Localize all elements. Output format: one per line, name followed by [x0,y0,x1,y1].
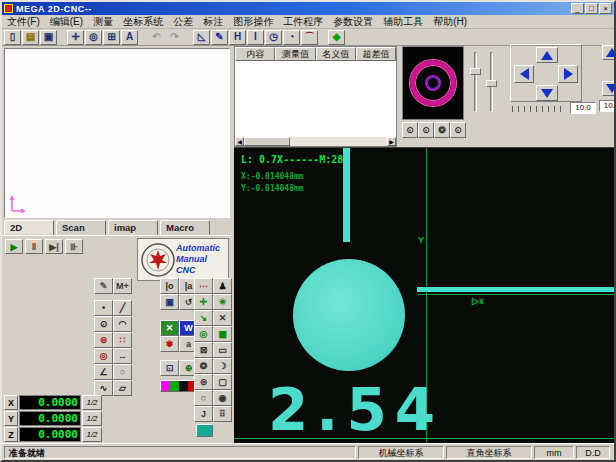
feature-curve-button[interactable]: ∿ [94,380,113,396]
minimize-button[interactable]: _ [571,3,584,14]
status-number-format[interactable]: D.D [576,446,610,459]
measure-height-button[interactable]: I [247,30,264,45]
menu-item-annotation[interactable]: 标注 [198,15,228,29]
search-zoom-button[interactable]: ◎ [194,326,213,342]
xy-speed-slider[interactable] [512,106,566,112]
slider-thumb[interactable] [486,80,497,87]
jog-z-down-button[interactable] [602,81,616,96]
stop-program-button[interactable]: ⊪ [65,239,83,254]
menu-item-auxiliary-tools[interactable]: 辅助工具 [378,15,428,29]
half-y-button[interactable]: 1/2 [82,411,102,426]
manual-measure-button[interactable]: M+ [113,278,132,294]
lamp-ring-button[interactable]: ❂ [434,122,450,138]
undo-button[interactable]: ↶ [148,30,165,45]
menu-item-parameter-settings[interactable]: 参数设置 [328,15,378,29]
edit-feature-button[interactable]: ✎ [94,278,113,294]
menu-item-file[interactable]: 文件(F) [2,15,45,29]
dot-grid-button[interactable]: ⠿ [213,406,232,422]
measure-skew-button[interactable]: ✎ [211,30,228,45]
more-options-button[interactable]: ⋯ [194,278,213,294]
focus-tool-button[interactable]: ⊡ [160,360,179,376]
circle-dot-button[interactable]: ◉ [213,390,232,406]
snap-grid-button[interactable]: ⊞ [103,30,120,45]
feature-point-cloud-button[interactable]: ∷ [113,332,132,348]
menu-item-tolerance[interactable]: 公差 [168,15,198,29]
redo-button[interactable]: ↷ [166,30,183,45]
column-header-0[interactable]: 内容 [235,47,275,61]
xy-step-value[interactable]: 10.0 [570,102,596,114]
origin-tool-1-button[interactable]: |o [160,278,179,294]
tab-macro[interactable]: Macro [160,220,210,235]
scrollbar-track[interactable] [290,137,387,146]
jog-right-button[interactable] [558,65,578,83]
axis-y-button[interactable]: Y [4,411,18,426]
lamp-contour-button[interactable]: ⊙ [418,122,434,138]
feature-line-button[interactable]: ╱ [113,300,132,316]
tab-2d[interactable]: 2D [4,220,54,235]
lamp-surface-button[interactable]: ⊙ [402,122,418,138]
move-stage-button[interactable]: ✛ [67,30,84,45]
rounded-rect-button[interactable]: ▢ [213,374,232,390]
column-header-3[interactable]: 超差值 [356,47,396,61]
hook-tool-button[interactable]: J [194,406,213,422]
scroll-right-icon[interactable]: ▶ [387,137,396,146]
menu-item-part-program[interactable]: 工件程序 [278,15,328,29]
add-cross-button[interactable]: ✛ [194,294,213,310]
ellipse-horizontal-button[interactable]: ⊜ [194,374,213,390]
graphics-canvas[interactable] [4,48,230,218]
run-measure-button[interactable]: ◆ [328,30,345,45]
lamp-coaxial-button[interactable]: ⊙ [450,122,466,138]
slider-thumb[interactable] [470,68,481,75]
scrollbar-thumb[interactable] [244,137,290,146]
menu-item-coordinate-system[interactable]: 坐标系统 [118,15,168,29]
save-file-button[interactable]: ▣ [40,30,57,45]
jog-left-button[interactable] [514,65,534,83]
menu-item-edit[interactable]: 编辑(E) [45,15,88,29]
tab-scan[interactable]: Scan [56,220,106,235]
menu-item-help[interactable]: 帮助(H) [428,15,472,29]
feature-point-button[interactable]: • [94,300,113,316]
new-file-button[interactable]: ▯ [4,30,21,45]
camera-view[interactable]: L: 0.7X------M:28 X:-0.014048mm Y:-0.014… [234,147,614,443]
half-z-button[interactable]: 1/2 [82,427,102,442]
measure-angle-button[interactable]: ◺ [193,30,210,45]
stamp-tool-button[interactable]: ♟ [213,278,232,294]
teal-swatch-button[interactable] [196,424,213,437]
measure-width-button[interactable]: H [229,30,246,45]
leaf-tool-button[interactable]: ✾ [160,336,179,352]
feature-width-button[interactable]: ↔ [113,348,132,364]
jog-down-button[interactable] [536,85,558,101]
pattern-x-button[interactable]: ✕ [160,320,179,336]
zoom-view-button[interactable]: ◎ [85,30,102,45]
save-feature-button[interactable]: ▣ [160,294,179,310]
maximize-button[interactable]: □ [585,3,598,14]
results-table-body[interactable] [235,61,396,137]
measure-arc-button[interactable]: ⌒ [301,30,318,45]
column-header-1[interactable]: 测量值 [275,47,315,61]
tab-imap[interactable]: imap [108,220,158,235]
z-step-value[interactable]: 10.0 [599,100,616,112]
feature-ellipse-button[interactable]: ⊜ [94,332,113,348]
feature-angle-button[interactable]: ∠ [94,364,113,380]
jog-up-button[interactable] [536,47,558,63]
measure-sphere-button[interactable]: ◔ [283,30,300,45]
feature-ring-button[interactable]: ◎ [94,348,113,364]
pause-program-button[interactable]: ‖ [25,239,43,254]
multiply-tool-button[interactable]: ✕ [213,310,232,326]
step-program-button[interactable]: ▶| [45,239,63,254]
measure-circle-button[interactable]: ◷ [265,30,282,45]
pick-arrow-button[interactable]: ↘ [194,310,213,326]
oval-tool-button[interactable]: ○ [194,390,213,406]
feature-region-button[interactable]: ▱ [113,380,132,396]
rect-tool-button[interactable]: ▭ [213,342,232,358]
color-palette-button[interactable] [160,380,198,392]
open-file-button[interactable]: ▤ [22,30,39,45]
auto-label-button[interactable]: A [121,30,138,45]
arc-segment-button[interactable]: ☽ [213,358,232,374]
status-cartesian-cs[interactable]: 直角坐标系 [446,446,532,459]
feature-circle-button[interactable]: ⊙ [94,316,113,332]
grid-tool-button[interactable]: ▦ [213,326,232,342]
axis-z-button[interactable]: Z [4,427,18,442]
close-button[interactable]: × [599,3,612,14]
lamp-intensity-slider-2[interactable] [486,50,497,114]
